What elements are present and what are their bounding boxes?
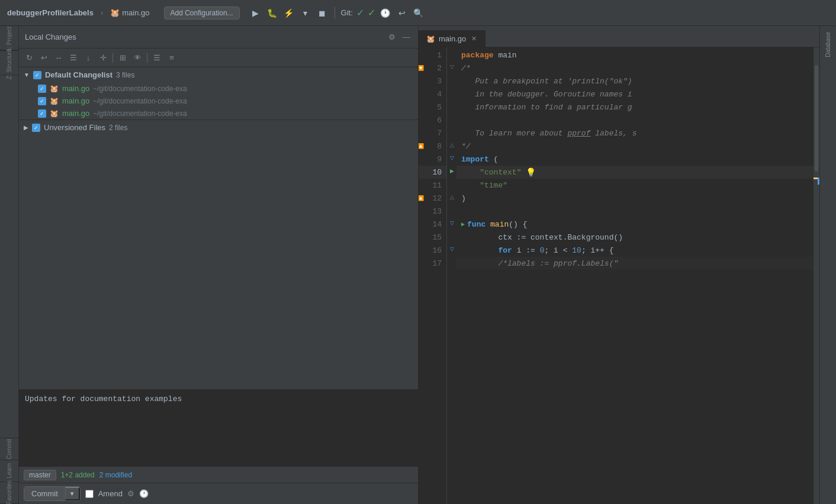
main-layout: 1: Project Z: Structure Commit Learn Fav…: [0, 26, 836, 504]
ln-10: 10: [419, 166, 446, 179]
tab-close-button[interactable]: ✕: [470, 35, 478, 43]
ln-6: 6: [419, 114, 446, 127]
diff-icon[interactable]: ↔: [52, 51, 65, 64]
debug-button[interactable]: 🐛: [266, 7, 279, 20]
commit-btn-row: Commit ▼ Amend ⚙ 🕐: [19, 483, 418, 504]
ln-1: 1: [419, 49, 446, 62]
code-line-16: for i := 0; i < 10; i++ {: [456, 244, 819, 257]
commit-settings-icon[interactable]: ⚙: [127, 489, 134, 498]
group-icon[interactable]: ⊞: [116, 51, 129, 64]
unversioned-checkbox[interactable]: ✓: [32, 124, 40, 132]
code-content[interactable]: package main /* Put a breakpoint at 'pri…: [456, 47, 819, 504]
profile-button[interactable]: ⚡: [282, 7, 295, 20]
panel-header-actions: ⚙ —: [386, 31, 412, 43]
structure-section: Z: Structure: [0, 50, 18, 75]
code-line-15: ctx := context.Background(): [456, 231, 819, 244]
top-file-name: main.go: [122, 8, 149, 17]
eye-icon[interactable]: 👁: [131, 51, 144, 64]
git-revert-button[interactable]: ↩: [396, 7, 409, 20]
sidebar-item-favorites[interactable]: Favorites: [0, 484, 19, 501]
download-icon[interactable]: ↓: [82, 51, 95, 64]
commit-button[interactable]: Commit: [24, 487, 65, 500]
commit-dropdown-button[interactable]: ▼: [65, 487, 80, 500]
changelist-checkbox[interactable]: ✓: [33, 71, 41, 79]
gc-7: [447, 125, 456, 138]
tr-separator2: [147, 53, 147, 63]
chevron-right-icon: ▶: [24, 124, 28, 131]
file-checkbox-1[interactable]: ✓: [38, 85, 46, 93]
search-button[interactable]: 🔍: [412, 7, 425, 20]
go-gopher-icon-1: 🐹: [50, 85, 59, 93]
refresh-icon[interactable]: ↻: [22, 51, 36, 64]
ln-16: 16: [419, 244, 446, 257]
run-button[interactable]: ▶: [249, 7, 262, 20]
ln-13: 13: [419, 205, 446, 218]
file-name-3: main.go: [62, 109, 89, 118]
code-line-10: "context" 💡: [456, 166, 819, 179]
changelist-header[interactable]: ▼ ✓ Default Changelist 3 files: [19, 67, 418, 82]
file-path-1: ~/git/documentation-code-exa: [93, 85, 187, 93]
file-item-1[interactable]: ✓ 🐹 main.go ~/git/documentation-code-exa: [19, 82, 418, 95]
expand-icon[interactable]: ☰: [150, 51, 163, 64]
line-numbers: 1 🔽2 3 4 5 6 7 🔼8 9 10 11 �: [419, 47, 447, 504]
move-icon[interactable]: ✛: [97, 51, 110, 64]
ln-8: 🔼8: [419, 140, 446, 153]
database-label[interactable]: Database: [825, 28, 831, 61]
stop-button[interactable]: ◼: [316, 7, 329, 20]
code-line-3: Put a breakpoint at 'println("ok"): [456, 75, 819, 88]
breadcrumb-sep: ›: [101, 8, 103, 17]
run-toolbar: ▶ 🐛 ⚡ ▾ ◼ Git: ✓ ✓ 🕐 ↩ 🔍: [249, 7, 425, 20]
unversioned-header[interactable]: ▶ ✓ Unversioned Files 2 files: [19, 119, 418, 135]
editor-tab-main-go[interactable]: 🐹 main.go ✕: [419, 30, 485, 47]
ln-7: 7: [419, 127, 446, 140]
scrollbar[interactable]: [814, 47, 819, 504]
unversioned-count: 2 files: [109, 124, 127, 132]
ln-17: 17: [419, 257, 446, 270]
commit-button-group: Commit ▼: [24, 486, 81, 501]
amend-checkbox[interactable]: [85, 490, 94, 498]
file-checkbox-3[interactable]: ✓: [38, 109, 46, 118]
commit-history-icon[interactable]: 🕐: [139, 489, 149, 498]
ln-11: 11: [419, 179, 446, 192]
settings-icon[interactable]: ⚙: [386, 31, 398, 43]
commit-message-input[interactable]: Updates for documentation examples: [19, 390, 418, 466]
branch-badge: master: [24, 470, 56, 480]
editor-tabs: 🐹 main.go ✕: [419, 26, 819, 47]
rollback-icon[interactable]: ↩: [37, 51, 50, 64]
amend-label: Amend: [98, 489, 123, 498]
code-wrapper: 1 🔽2 3 4 5 6 7 🔼8 9 10 11 �: [419, 47, 819, 504]
code-line-17: /*labels := pprof.Labels(": [456, 257, 819, 270]
git-check-green-icon: ✓: [368, 7, 375, 18]
sidebar-item-commit[interactable]: Commit: [0, 441, 19, 457]
file-item-3[interactable]: ✓ 🐹 main.go ~/git/documentation-code-exa: [19, 107, 418, 119]
file-checkbox-2[interactable]: ✓: [38, 97, 46, 105]
show-diff-icon[interactable]: ☰: [67, 51, 80, 64]
code-line-5: information to find a particular g: [456, 101, 819, 114]
change-indicator-blue: [818, 177, 819, 185]
panel-title: Local Changes: [25, 33, 76, 41]
minimize-icon[interactable]: —: [400, 31, 412, 43]
gc-15: [447, 230, 456, 243]
ln-4: 4: [419, 88, 446, 101]
gc-8: △: [447, 138, 456, 151]
ln-12: 🔼12: [419, 192, 446, 205]
code-line-14: ▶ func main() {: [456, 218, 819, 231]
ln-5: 5: [419, 101, 446, 114]
file-tree: ▼ ✓ Default Changelist 3 files ✓ 🐹 main.…: [19, 67, 418, 389]
file-name-1: main.go: [62, 84, 89, 93]
file-path-2: ~/git/documentation-code-exa: [93, 97, 187, 105]
gc-9: ▽: [447, 151, 456, 164]
file-item-2[interactable]: ✓ 🐹 main.go ~/git/documentation-code-exa: [19, 95, 418, 107]
panel-header: Local Changes ⚙ —: [19, 26, 418, 49]
collapse-icon[interactable]: ≡: [165, 51, 178, 64]
git-history-button[interactable]: 🕐: [379, 7, 392, 20]
sidebar-item-structure[interactable]: Z: Structure: [0, 56, 19, 72]
unversioned-name: Unversioned Files: [44, 123, 105, 132]
chevron-down-icon: ▼: [24, 72, 30, 78]
add-configuration-button[interactable]: Add Configuration...: [164, 7, 240, 20]
git-label: Git:: [341, 8, 353, 17]
more-run-options[interactable]: ▾: [299, 7, 312, 20]
top-file-tab: 🐹 main.go: [110, 8, 149, 18]
ln-3: 3: [419, 75, 446, 88]
left-panel: Local Changes ⚙ — ↻ ↩ ↔ ☰ ↓ ✛ ⊞ 👁 ☰ ≡ ▼: [19, 26, 419, 504]
